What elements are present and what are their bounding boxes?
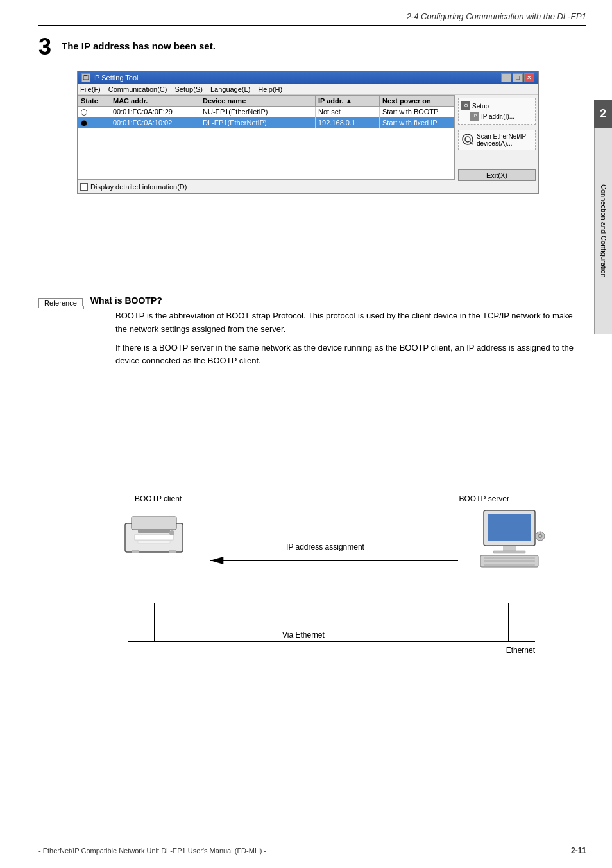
svg-rect-7 <box>138 530 170 533</box>
window-icon <box>81 73 90 82</box>
svg-rect-19 <box>484 560 535 562</box>
tag-corner <box>80 306 84 309</box>
svg-point-3 <box>465 137 470 142</box>
table-area: State MAC addr. Device name IP addr. ▲ N… <box>78 95 455 193</box>
header-title: 2-4 Configuring Communication with the D… <box>407 12 586 21</box>
menu-file[interactable]: File(F) <box>80 85 101 93</box>
row1-state <box>78 107 110 117</box>
table-row[interactable]: 00:01:FC:0A:0F:29 NU-EP1(EtherNetIP) Not… <box>78 107 455 117</box>
col-ip: IP addr. ▲ <box>316 96 380 106</box>
diagram-section: BOOTP client BOOTP server <box>38 488 586 655</box>
menu-setup[interactable]: Setup(S) <box>174 85 202 93</box>
svg-rect-1 <box>84 75 87 76</box>
svg-rect-12 <box>169 550 176 553</box>
diagram-container: BOOTP client BOOTP server <box>38 494 586 655</box>
checkbox-label: Display detailed information(D) <box>90 183 187 191</box>
reference-title: What is BOOTP? <box>90 295 162 306</box>
row2-mac: 00:01:FC:0A:10:02 <box>110 117 200 128</box>
svg-rect-16 <box>493 551 525 553</box>
svg-rect-18 <box>484 557 535 559</box>
reference-body: BOOTP is the abbreviation of BOOT strap … <box>115 309 586 368</box>
row2-device: DL-EP1(EtherNetIP) <box>200 117 316 128</box>
step-section: 3 The IP address has now been set. <box>38 35 586 58</box>
window-controls: ─ □ ✕ <box>501 73 534 82</box>
scan-icon <box>461 133 474 146</box>
setup-panel: ⚙ Setup IP IP addr.(I)... <box>458 98 536 125</box>
row2-ip: 192.168.0.1 <box>316 117 380 128</box>
window-titlebar: IP Setting Tool ─ □ ✕ <box>78 71 538 84</box>
svg-rect-8 <box>135 535 173 540</box>
client-device <box>122 510 186 555</box>
reference-para1: BOOTP is the abbreviation of BOOT strap … <box>115 309 586 336</box>
row1-device: NU-EP1(EtherNetIP) <box>200 107 316 117</box>
checkbox[interactable] <box>80 183 88 191</box>
row1-ip: Not set <box>316 107 380 117</box>
ip-addr-item[interactable]: IP IP addr.(I)... <box>461 111 532 121</box>
reference-tag-container: Reference <box>38 298 83 308</box>
col-state: State <box>78 96 110 106</box>
page-footer: - EtherNet/IP Compatible Network Unit DL… <box>38 842 586 855</box>
bootp-server-label: BOOTP server <box>459 494 509 503</box>
radio-selected <box>81 120 87 126</box>
col-device: Device name <box>200 96 316 106</box>
row2-next: Start with fixed IP <box>380 117 454 128</box>
ethernet-label: Ethernet <box>506 646 535 655</box>
checkbox-item[interactable]: Display detailed information(D) <box>80 183 187 191</box>
window-title: IP Setting Tool <box>93 74 139 82</box>
bootp-client-label: BOOTP client <box>135 494 182 503</box>
exit-button[interactable]: Exit(X) <box>458 169 536 181</box>
menu-communication[interactable]: Communication(C) <box>108 85 167 93</box>
window-main: State MAC addr. Device name IP addr. ▲ N… <box>78 95 538 193</box>
svg-rect-10 <box>138 541 170 543</box>
scan-label: Scan EtherNet/IP devices(A)... <box>477 133 532 147</box>
ethernet-line <box>128 641 535 642</box>
svg-point-9 <box>169 530 174 535</box>
page-number: 2-11 <box>571 846 586 855</box>
row1-next: Start with BOOTP <box>380 107 454 117</box>
row1-mac: 00:01:FC:0A:0F:29 <box>110 107 200 117</box>
page-header: 2-4 Configuring Communication with the D… <box>38 12 586 26</box>
reference-para2: If there is a BOOTP server in the same n… <box>115 342 586 369</box>
radio-unselected <box>81 109 87 116</box>
arrow-label: IP address assignment <box>192 542 458 551</box>
window-footer: Display detailed information(D) <box>78 180 455 193</box>
exit-btn-container: Exit(X) <box>458 169 536 181</box>
ip-assignment-arrow: IP address assignment <box>192 542 458 567</box>
menu-help[interactable]: Help(H) <box>258 85 282 93</box>
arrow-line <box>192 554 458 567</box>
menu-language[interactable]: Language(L) <box>210 85 250 93</box>
maximize-button[interactable]: □ <box>513 73 523 82</box>
side-tab: Connection and Configuration <box>594 128 612 334</box>
screenshot-window: IP Setting Tool ─ □ ✕ File(F) Communicat… <box>77 71 539 194</box>
row2-state <box>78 117 110 128</box>
vert-line-client <box>154 603 155 642</box>
svg-rect-20 <box>484 564 535 566</box>
setup-label: ⚙ Setup <box>461 101 532 111</box>
close-button[interactable]: ✕ <box>524 73 534 82</box>
svg-marker-25 <box>210 557 224 564</box>
svg-rect-6 <box>132 517 176 530</box>
reference-header-row: Reference What is BOOTP? <box>38 295 586 309</box>
setup-icon: ⚙ <box>461 101 470 110</box>
right-panel: ⚙ Setup IP IP addr.(I)... Scan EtherNet/… <box>455 95 538 193</box>
scan-panel[interactable]: Scan EtherNet/IP devices(A)... <box>458 130 536 150</box>
vert-line-server <box>508 603 509 642</box>
table-row[interactable]: 00:01:FC:0A:10:02 DL-EP1(EtherNetIP) 192… <box>78 117 455 128</box>
minimize-button[interactable]: ─ <box>501 73 511 82</box>
col-mac: MAC addr. <box>110 96 200 106</box>
reference-section: Reference What is BOOTP? BOOTP is the ab… <box>38 295 586 368</box>
via-ethernet-label: Via Ethernet <box>282 630 325 639</box>
step-text: The IP address has now been set. <box>62 35 216 51</box>
server-device <box>471 507 548 571</box>
table-header: State MAC addr. Device name IP addr. ▲ N… <box>78 95 455 107</box>
ip-icon: IP <box>470 112 479 121</box>
col-next: Next power on <box>380 96 454 106</box>
reference-badge: Reference <box>38 298 83 308</box>
side-tab-number: 2 <box>594 100 612 128</box>
window-menubar: File(F) Communication(C) Setup(S) Langua… <box>78 84 538 95</box>
step-number: 3 <box>38 35 51 58</box>
svg-rect-11 <box>132 550 139 553</box>
svg-rect-14 <box>488 514 531 541</box>
table-empty-area <box>78 128 455 180</box>
footer-text: - EtherNet/IP Compatible Network Unit DL… <box>38 847 266 855</box>
